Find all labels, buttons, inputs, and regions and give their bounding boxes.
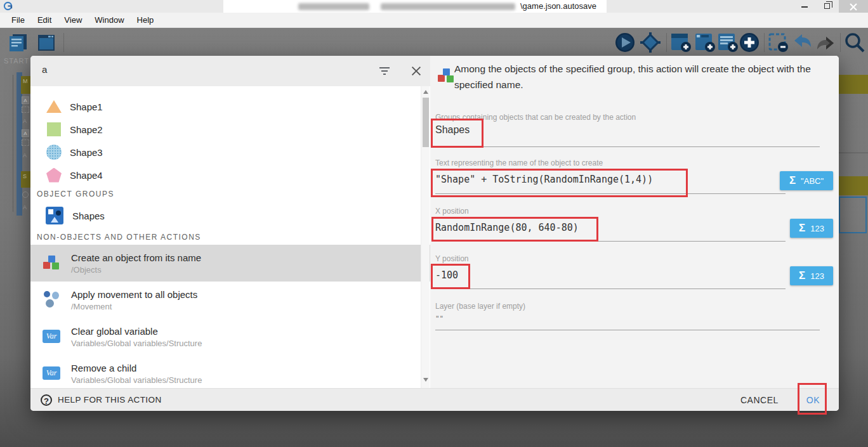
search-bar[interactable]: a <box>30 56 430 86</box>
add-comment-icon[interactable] <box>717 32 739 53</box>
list-item-action-apply-movement[interactable]: Apply movement to all objects /Movement <box>30 282 430 318</box>
event-comment-row <box>839 75 868 94</box>
list-item-action-create-object[interactable]: Create an object from its name /Objects <box>30 245 430 282</box>
gdevelop-logo-icon <box>3 1 13 11</box>
field-label-layer: Layer (base layer if empty) <box>435 302 525 311</box>
event-action-chip: A <box>22 96 29 104</box>
redacted-path-segment <box>298 3 369 10</box>
field-label-y-position: Y position <box>435 254 468 263</box>
annotation-box-ok-button <box>798 383 827 415</box>
menu-file[interactable]: File <box>5 13 31 27</box>
undo-icon[interactable] <box>792 32 813 53</box>
number-expression-button[interactable]: Σ 123 <box>790 219 833 238</box>
list-item-group[interactable]: Shapes <box>30 202 430 230</box>
field-underline <box>435 146 820 147</box>
toolbar-separator <box>666 33 667 52</box>
dialog-footer: ? HELP FOR THIS ACTION CANCEL OK <box>30 388 839 411</box>
menu-view[interactable]: View <box>58 13 88 27</box>
event-comment-row <box>839 176 868 195</box>
list-item-object[interactable]: Shape1 <box>30 95 430 118</box>
list-scrollbar[interactable] <box>421 86 430 388</box>
close-button[interactable] <box>839 0 868 13</box>
event-letter: A <box>23 152 27 159</box>
menu-bar: File Edit View Window Help <box>0 13 868 28</box>
layer-field[interactable]: "" <box>435 314 444 323</box>
variable-icon: Var <box>42 327 62 347</box>
list-item-action-clear-variable[interactable]: Var Clear global variable Variables/Glob… <box>30 318 430 355</box>
shape2-square-icon <box>46 121 62 138</box>
background-tab-start: START <box>4 57 29 65</box>
list-item-object[interactable]: Shape4 <box>30 164 430 186</box>
project-manager-icon[interactable] <box>8 32 29 53</box>
restore-icon <box>824 3 830 9</box>
scrollbar-thumb[interactable] <box>423 98 429 147</box>
open-scene-editor-icon[interactable] <box>36 32 57 53</box>
menu-window[interactable]: Window <box>88 13 130 27</box>
redacted-path-segment <box>381 3 515 10</box>
action-chooser-panel: a Shape1 Shape2 Sh <box>30 56 430 388</box>
restore-button[interactable] <box>817 0 838 13</box>
list-item-object[interactable]: Shape3 <box>30 141 430 164</box>
scroll-down-arrow-icon[interactable] <box>423 378 428 382</box>
create-object-icon <box>437 66 453 82</box>
close-icon <box>850 3 857 10</box>
annotation-box-y-position-field <box>431 264 470 289</box>
field-underline <box>435 288 786 289</box>
event-action-chip: A <box>22 129 29 137</box>
add-event-icon[interactable] <box>670 32 692 53</box>
help-icon: ? <box>41 394 52 406</box>
event-empty-chip <box>22 107 29 113</box>
section-header-other-actions: NON-OBJECTS AND OTHER ACTIONS <box>30 230 430 245</box>
event-selected-block <box>839 197 867 233</box>
shape1-triangle-icon <box>46 98 62 115</box>
results-list: Shape1 Shape2 Shape3 Shape4 OBJECT GRO <box>30 86 430 388</box>
annotation-box-groups-field <box>431 119 483 148</box>
annotation-box-x-position-field <box>431 217 598 242</box>
cancel-button[interactable]: CANCEL <box>740 395 779 405</box>
minimize-button[interactable] <box>794 0 815 13</box>
play-preview-icon[interactable] <box>614 32 636 53</box>
sigma-icon: Σ <box>799 222 805 235</box>
toolbar-separator <box>63 33 64 52</box>
scroll-up-arrow-icon[interactable] <box>423 90 428 94</box>
search-input[interactable]: a <box>42 64 47 75</box>
delete-event-icon[interactable] <box>768 32 789 53</box>
dimmed-workspace: START M A A A A S A a <box>0 28 868 447</box>
number-expression-button[interactable]: Σ 123 <box>790 266 833 285</box>
filter-icon[interactable] <box>378 65 391 77</box>
apply-movement-icon <box>42 290 62 310</box>
event-tree-line <box>13 75 13 212</box>
window-title: \game.json.autosave <box>520 0 596 13</box>
add-other-icon[interactable] <box>739 32 760 53</box>
app-window: \game.json.autosave File Edit View Windo… <box>0 0 868 447</box>
minimize-icon <box>801 6 808 8</box>
event-condition-chip <box>22 191 29 198</box>
search-icon[interactable] <box>844 32 865 53</box>
annotation-box-object-name-field <box>431 169 688 197</box>
menu-help[interactable]: Help <box>131 13 161 27</box>
event-letter: A <box>23 204 27 211</box>
object-group-icon <box>46 207 63 224</box>
toolbar-separator <box>840 33 841 52</box>
action-description: Among the objects of the specified group… <box>454 61 835 93</box>
list-item-action-remove-child[interactable]: Var Remove a child Variables/Global vari… <box>30 355 430 388</box>
section-header-object-groups: OBJECT GROUPS <box>30 186 430 202</box>
event-comment-row: S <box>21 171 30 188</box>
list-item-object[interactable]: Shape2 <box>30 118 430 141</box>
redo-icon[interactable] <box>815 32 836 53</box>
shape4-pentagon-icon <box>46 167 62 183</box>
debug-icon[interactable] <box>640 32 661 53</box>
help-link[interactable]: ? HELP FOR THIS ACTION <box>41 394 162 406</box>
field-label-x-position: X position <box>435 207 469 216</box>
event-divider <box>839 152 868 153</box>
clear-search-icon[interactable] <box>410 65 423 77</box>
sigma-icon: Σ <box>789 174 796 187</box>
add-subevent-icon[interactable] <box>694 32 716 53</box>
string-expression-button[interactable]: Σ "ABC" <box>780 171 833 190</box>
field-underline <box>435 330 820 330</box>
create-object-icon <box>42 253 62 273</box>
toolbar-separator <box>764 33 765 52</box>
menu-edit[interactable]: Edit <box>31 13 58 27</box>
variable-icon: Var <box>42 363 62 384</box>
event-letter: A <box>23 118 27 124</box>
